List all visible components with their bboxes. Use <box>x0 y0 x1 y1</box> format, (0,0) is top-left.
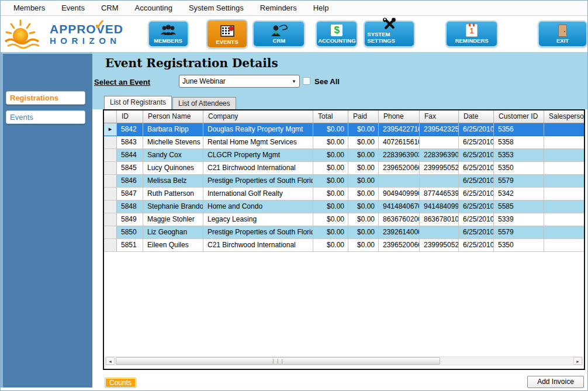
grid-cell: CLGCR Property Mgmt <box>203 149 313 162</box>
grid-cell: 5579 <box>494 226 544 239</box>
grid-row[interactable]: 5848Stephanie BrandowHome and Condo$0.00… <box>104 200 584 213</box>
event-select-dropdown[interactable]: June Webinar ▼ <box>179 75 300 88</box>
column-header-person-name[interactable]: Person Name <box>143 110 203 123</box>
brand-line2: HORIZON <box>50 36 123 45</box>
grid-row[interactable]: ►5842Barbara RippDouglas Realty Property… <box>104 123 584 136</box>
column-header-fax[interactable]: Fax <box>420 110 459 123</box>
reminders-nav-button[interactable]: 1 REMINDERS <box>445 20 498 47</box>
crm-nav-label: CRM <box>273 37 286 44</box>
grid-row[interactable]: 5845Lucy QuinonesC21 Birchwood Internati… <box>104 162 584 175</box>
events-nav-button[interactable]: EVENTS <box>206 19 248 49</box>
add-invoice-button[interactable]: Add Invoice <box>527 376 584 388</box>
row-header-cell <box>104 149 117 162</box>
scrollbar-track[interactable]: ❘❘❘ <box>115 357 573 365</box>
grid-cell: 5846 <box>117 175 143 188</box>
grid-cell: $0.00 <box>348 149 379 162</box>
tab-attendees-label: List of Attendees <box>178 99 230 108</box>
members-nav-label: MEMBERS <box>154 37 182 44</box>
tab-list-of-attendees[interactable]: List of Attendees <box>172 97 236 109</box>
exit-button[interactable]: EXIT <box>538 20 587 47</box>
grid-cell: 6/25/2010 <box>459 149 494 162</box>
see-all-checkbox[interactable] <box>303 77 310 85</box>
grid-row[interactable]: 5846Melissa BelzPrestige Properties of S… <box>104 175 584 188</box>
grid-cell: International Golf Realty <box>203 188 313 200</box>
accounting-nav-button[interactable]: $ ACCOUNTING <box>316 20 358 47</box>
grid-row[interactable]: 5850Liz GeoghanPrestige Properties of So… <box>104 226 584 239</box>
column-header-company[interactable]: Company <box>203 110 313 123</box>
system-settings-nav-label: SYSTEM SETTINGS <box>367 31 411 44</box>
grid-cell: $0.00 <box>313 136 348 149</box>
system-settings-nav-button[interactable]: SYSTEM SETTINGS <box>364 20 415 47</box>
column-header-phone[interactable]: Phone <box>379 110 420 123</box>
sidebar-item-registrations[interactable]: Registrations <box>6 91 85 105</box>
grid-row[interactable]: 5847Ruth PattersonInternational Golf Rea… <box>104 188 584 200</box>
scroll-left-arrow-icon[interactable]: ◄ <box>106 357 115 365</box>
brand-check-icon: ✓ <box>94 18 106 32</box>
grid-cell: $0.00 <box>313 200 348 213</box>
row-header-cell <box>104 226 117 239</box>
menu-item-system-settings[interactable]: System Settings <box>181 1 252 15</box>
scroll-right-arrow-icon[interactable]: ► <box>573 357 582 365</box>
menu-item-help[interactable]: Help <box>305 1 337 15</box>
crm-nav-button[interactable]: CRM <box>253 20 305 47</box>
grid-cell: C21 Birchwood International <box>203 162 313 175</box>
grid-cell: 6/25/2010 <box>459 175 494 188</box>
grid-cell: Liz Geoghan <box>143 226 203 239</box>
grid-cell: Sandy Cox <box>143 149 203 162</box>
grid-cell: 6/25/2010 <box>459 200 494 213</box>
sidebar-item-events[interactable]: Events <box>6 110 85 124</box>
exit-label: EXIT <box>556 37 569 44</box>
grid-cell <box>544 188 585 200</box>
grid-cell <box>544 149 585 162</box>
grid-row[interactable]: 5844Sandy CoxCLGCR Property Mgmt$0.00$0.… <box>104 149 584 162</box>
grid-row[interactable]: 5851Eileen QuilesC21 Birchwood Internati… <box>104 239 584 252</box>
column-header-customer-id[interactable]: Customer ID <box>494 110 544 123</box>
column-header-date[interactable]: Date <box>459 110 494 123</box>
tab-list-of-registrants[interactable]: List of Registrants <box>104 96 172 109</box>
row-header-cell <box>104 175 117 188</box>
grid-cell: 2399950528 <box>420 162 459 175</box>
grid-cell <box>420 226 459 239</box>
grid-cell: 2396520066 <box>379 239 420 252</box>
menu-item-events[interactable]: Events <box>53 1 93 15</box>
grid-cell: 5847 <box>117 188 143 200</box>
grid-cell: Maggie Stohler <box>143 213 203 226</box>
grid-cell: 8774465392 <box>420 188 459 200</box>
event-select-value: June Webinar <box>179 77 289 85</box>
grid-cell: 4072615610 <box>379 136 420 149</box>
grid-cell: $0.00 <box>348 123 379 136</box>
horizontal-scrollbar[interactable]: ◄ ❘❘❘ ► <box>105 357 583 365</box>
column-header-salesperson[interactable]: Salesperson <box>544 110 585 123</box>
column-header-id[interactable]: ID <box>117 110 143 123</box>
members-nav-button[interactable]: MEMBERS <box>148 20 189 47</box>
grid-cell: 9049409990 <box>379 188 420 200</box>
menu-item-accounting[interactable]: Accounting <box>127 1 181 15</box>
row-header-cell <box>104 239 117 252</box>
grid-cell: 5356 <box>494 123 544 136</box>
grid-cell: $0.00 <box>348 213 379 226</box>
tab-registrants-label: List of Registrants <box>110 98 166 106</box>
counts-button[interactable]: Counts <box>105 378 136 388</box>
grid-cell: $0.00 <box>313 149 348 162</box>
scrollbar-thumb[interactable]: ❘❘❘ <box>116 357 440 365</box>
dollar-icon: $ <box>331 23 343 37</box>
menu-item-members[interactable]: Members <box>5 1 53 15</box>
row-header-cell <box>104 188 117 200</box>
column-header-total[interactable]: Total <box>313 110 348 123</box>
grid-cell <box>544 136 585 149</box>
column-header-paid[interactable]: Paid <box>348 110 379 123</box>
grid-cell <box>420 136 459 149</box>
menu-item-reminders[interactable]: Reminders <box>252 1 305 15</box>
row-header-cell <box>104 213 117 226</box>
row-header-cell <box>104 200 117 213</box>
grid-cell: $0.00 <box>313 213 348 226</box>
grid-cell: Barbara Ripp <box>143 123 203 136</box>
grid-cell: 5850 <box>117 226 143 239</box>
grid-cell <box>420 175 459 188</box>
grid-cell: Douglas Realty Property Mgmt <box>203 123 313 136</box>
grid-row[interactable]: 5843Michelle StevensRental Home Mgmt Ser… <box>104 136 584 149</box>
grid-row[interactable]: 5849Maggie StohlerLegacy Leasing$0.00$0.… <box>104 213 584 226</box>
menu-item-crm[interactable]: CRM <box>93 1 127 15</box>
grid-cell: 6/25/2010 <box>459 213 494 226</box>
registrants-grid: IDPerson NameCompanyTotalPaidPhoneFaxDat… <box>103 109 585 370</box>
